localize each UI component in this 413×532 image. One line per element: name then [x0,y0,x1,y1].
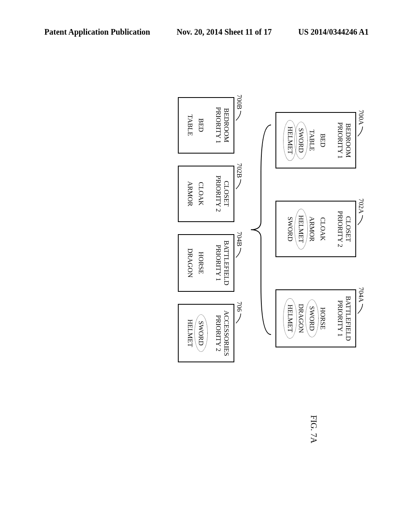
box-706: ACCESSORIES PRIORITY 2 SWORD HELMET [178,304,234,362]
figure-7a: 700A BEDROOM PRIORITY 1 BED TABLE SWORD … [34,87,365,373]
ref-label-700b: 700B [235,95,243,122]
title-line2: PRIORITY 2 [215,315,222,351]
box-704b: BATTLEFIELD PRIORITY 1 HORSE DRAGON [178,234,234,292]
title-line1: CLOSET [223,181,230,206]
ref-text: 700A [357,110,365,125]
curly-brace-icon [249,117,273,343]
title-line1: ACCESSORIES [223,310,230,356]
ref-label-704a: 704A [357,287,365,314]
list-item: TABLE [185,112,196,138]
box-700b: BEDROOM PRIORITY 1 BED TABLE [178,97,234,154]
box-700a: BEDROOM PRIORITY 1 BED TABLE SWORD HELME… [275,112,356,168]
box-704a-group: 704A BATTLEFIELD PRIORITY 1 HORSE SWORD … [275,289,365,347]
ref-label-704b: 704B [235,232,243,259]
item-list: SWORD HELMET [185,310,206,356]
title-line1: BEDROOM [344,123,352,158]
list-item-circled: HELMET [284,123,295,158]
list-item-circled: HELMET [296,212,307,246]
list-item: HORSE [196,249,206,276]
title-line1: CLOSET [344,216,352,242]
list-item: CLOAK [317,215,328,243]
ref-text: 706 [235,301,243,312]
title-line2: PRIORITY 2 [215,175,222,212]
leader-line-icon [235,110,242,121]
title-line2: PRIORITY 1 [336,122,344,159]
ref-label-706: 706 [235,301,243,324]
box-704a: BATTLEFIELD PRIORITY 1 HORSE SWORD DRAGO… [275,289,356,347]
item-list: BED TABLE SWORD HELMET [284,118,328,162]
brace-row [249,87,273,373]
item-list: BED TABLE [185,104,206,147]
list-item: BED [196,116,206,135]
ref-text: 702B [235,163,243,178]
leader-line-icon [235,179,242,190]
item-list: CLOAK ARMOR HELMET SWORD [284,207,328,251]
ref-text: 704B [235,232,243,247]
list-item: ARMOR [307,214,317,244]
header-right: US 2014/0344246 A1 [298,27,369,37]
ref-label-702a: 702A [357,198,365,226]
leader-line-icon [235,313,242,324]
list-item-circled: HELMET [284,301,295,336]
page-header: Patent Application Publication Nov. 20, … [0,27,413,37]
leader-line-icon [357,214,363,226]
ref-text: 704A [357,287,365,302]
title-line2: PRIORITY 2 [336,211,344,247]
list-item: DRAGON [296,301,307,336]
box-700b-group: 700B BEDROOM PRIORITY 1 BED TABLE [178,97,243,154]
title-line2: PRIORITY 1 [215,245,222,281]
title-line2: PRIORITY 1 [336,300,344,337]
box-title: CLOSET PRIORITY 2 [214,172,230,216]
title-line1: BATTLEFIELD [344,296,352,341]
leader-line-icon [357,126,363,137]
item-list: CLOAK ARMOR [185,172,206,216]
list-item: ARMOR [185,179,196,208]
box-702b-group: 702B CLOSET PRIORITY 2 CLOAK ARMOR [178,166,243,222]
box-title: BEDROOM PRIORITY 1 [214,104,230,147]
box-title: BATTLEFIELD PRIORITY 1 [336,296,352,341]
box-706-group: 706 ACCESSORIES PRIORITY 2 SWORD HELMET [178,304,243,362]
header-middle: Nov. 20, 2014 Sheet 11 of 17 [177,27,272,37]
list-item: SWORD [284,214,295,244]
list-item: TABLE [307,127,317,154]
top-row: 700A BEDROOM PRIORITY 1 BED TABLE SWORD … [275,87,365,373]
box-title: ACCESSORIES PRIORITY 2 [214,310,230,356]
list-item-circled: SWORD [307,303,317,334]
list-item: BED [317,131,328,150]
box-title: BATTLEFIELD PRIORITY 1 [214,241,230,285]
header-left: Patent Application Publication [44,27,150,37]
box-702a-group: 702A CLOSET PRIORITY 2 CLOAK ARMOR HELME… [275,201,365,257]
ref-text: 700B [235,95,243,110]
box-title: CLOSET PRIORITY 2 [336,207,352,251]
ref-label-700a: 700A [357,110,365,137]
list-item: HELMET [185,317,196,349]
title-line1: BATTLEFIELD [223,241,230,285]
list-item: DRAGON [185,246,196,280]
box-title: BEDROOM PRIORITY 1 [336,118,352,162]
leader-line-icon [357,303,363,314]
ref-text: 702A [357,198,365,214]
list-item: CLOAK [196,179,206,208]
box-702b: CLOSET PRIORITY 2 CLOAK ARMOR [178,166,234,222]
list-item-circled: SWORD [296,125,307,156]
box-700a-group: 700A BEDROOM PRIORITY 1 BED TABLE SWORD … [275,112,365,168]
box-704b-group: 704B BATTLEFIELD PRIORITY 1 HORSE DRAGON [178,234,243,292]
figure-caption: FIG. 7A [309,415,319,443]
leader-line-icon [235,247,242,258]
item-list: HORSE DRAGON [185,241,206,285]
title-line2: PRIORITY 1 [215,107,222,143]
item-list: HORSE SWORD DRAGON HELMET [284,296,328,341]
ref-label-702b: 702B [235,163,243,190]
title-line1: BEDROOM [223,108,230,142]
list-item-circled: SWORD [196,318,206,349]
bottom-row: 700B BEDROOM PRIORITY 1 BED TABLE 702B [178,87,243,373]
box-702a: CLOSET PRIORITY 2 CLOAK ARMOR HELMET SWO… [275,201,356,257]
list-item: HORSE [317,305,328,332]
